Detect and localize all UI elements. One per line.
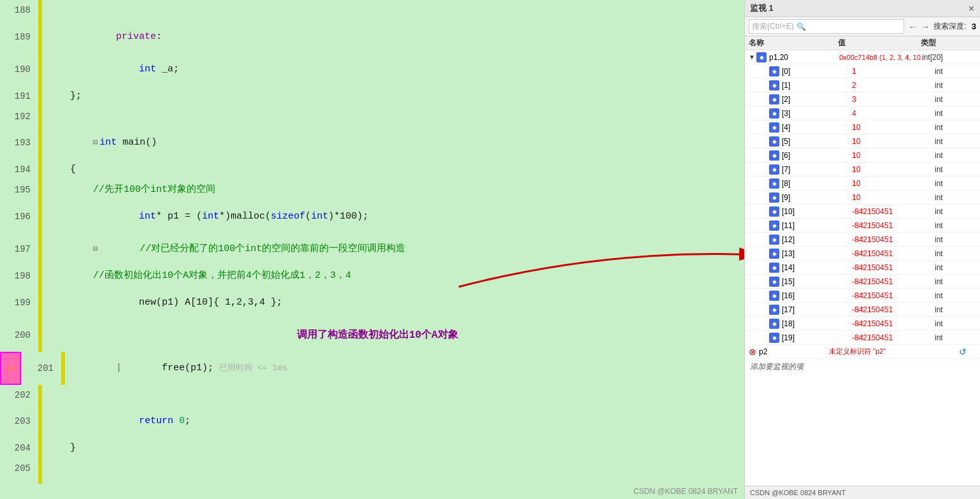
line-number-192: 192 bbox=[0, 106, 38, 127]
item-type-16: int bbox=[935, 291, 943, 300]
watch-panel-close-icon[interactable]: ✕ bbox=[968, 4, 975, 13]
item-value-5: 10 bbox=[852, 137, 935, 146]
watch-item-1[interactable]: ◆ [1] 2 int bbox=[745, 78, 980, 92]
code-line-201: ⇒ 201 | free(p1); 已用时间 <= 1ms bbox=[0, 352, 744, 384]
watch-item-18[interactable]: ◆ [18] -842150451 int bbox=[745, 317, 980, 331]
code-line-194: 194 { bbox=[0, 159, 744, 180]
item-value-3: 4 bbox=[852, 109, 935, 118]
line-number-202: 202 bbox=[0, 385, 38, 405]
watch-item-4[interactable]: ◆ [4] 10 int bbox=[745, 120, 980, 134]
watch-item-3[interactable]: ◆ [3] 4 int bbox=[745, 106, 980, 120]
watch-panel: 监视 1 ✕ 搜索(Ctrl+E) 🔍 ← → 搜索深度: 3 名称 值 类型 … bbox=[744, 0, 980, 499]
watch-item-2[interactable]: ◆ [2] 3 int bbox=[745, 92, 980, 106]
code-editor: 188 189 private: 190 int _a; 191 bbox=[0, 0, 744, 499]
item-type-2: int bbox=[935, 95, 943, 104]
item-icon-6: ◆ bbox=[769, 150, 779, 161]
item-name-4: [4] bbox=[782, 123, 852, 132]
watch-item-17[interactable]: ◆ [17] -842150451 int bbox=[745, 303, 980, 317]
watch-item-8[interactable]: ◆ [8] 10 int bbox=[745, 177, 980, 191]
item-name-9: [9] bbox=[782, 193, 852, 202]
item-type-p1: int[20] bbox=[922, 53, 943, 62]
line-number-191: 191 bbox=[0, 86, 38, 106]
depth-label: 搜索深度: bbox=[933, 21, 966, 32]
error-icon-p2: ⊗ bbox=[749, 347, 756, 357]
item-type-15: int bbox=[935, 277, 943, 286]
code-line-205: 205 bbox=[0, 458, 744, 479]
watch-panel-header: 监视 1 ✕ bbox=[745, 0, 980, 17]
item-value-13: -842150451 bbox=[852, 249, 935, 258]
watch-item-16[interactable]: ◆ [16] -842150451 int bbox=[745, 289, 980, 303]
item-value-16: -842150451 bbox=[852, 291, 935, 300]
item-name-13: [13] bbox=[782, 249, 852, 258]
watch-item-12[interactable]: ◆ [12] -842150451 int bbox=[745, 233, 980, 247]
line-number-204: 204 bbox=[0, 438, 38, 458]
item-name-17: [17] bbox=[782, 305, 852, 314]
nav-forward-icon[interactable]: → bbox=[919, 21, 931, 33]
line-content-194: { bbox=[42, 159, 744, 180]
line-number-205: 205 bbox=[0, 458, 38, 479]
line-number-200: 200 bbox=[0, 325, 38, 345]
item-value-6: 10 bbox=[852, 151, 935, 160]
refresh-icon-p2[interactable]: ↺ bbox=[959, 347, 967, 357]
watch-item-11[interactable]: ◆ [11] -842150451 int bbox=[745, 219, 980, 233]
item-name-0: [0] bbox=[782, 67, 852, 76]
code-line-203: 203 return 0; bbox=[0, 405, 744, 438]
item-name-7: [7] bbox=[782, 165, 852, 174]
item-name-5: [5] bbox=[782, 137, 852, 146]
item-value-18: -842150451 bbox=[852, 319, 935, 328]
line-number-194: 194 bbox=[0, 159, 38, 180]
watch-item-p2[interactable]: ⊗ p2 未定义标识符 "p2" ↺ bbox=[745, 345, 980, 359]
watch-item-14[interactable]: ◆ [14] -842150451 int bbox=[745, 261, 980, 275]
item-value-10: -842150451 bbox=[852, 207, 935, 216]
item-icon-4: ◆ bbox=[769, 122, 779, 133]
line-number-196: 196 bbox=[0, 206, 38, 227]
item-name-12: [12] bbox=[782, 235, 852, 244]
line-number-203: 203 bbox=[0, 411, 38, 431]
nav-back-icon[interactable]: ← bbox=[907, 21, 918, 33]
watch-item-10[interactable]: ◆ [10] -842150451 int bbox=[745, 205, 980, 219]
item-type-3: int bbox=[935, 109, 943, 118]
search-icon: 🔍 bbox=[796, 22, 806, 31]
watch-item-15[interactable]: ◆ [15] -842150451 int bbox=[745, 275, 980, 289]
line-number-195: 195 bbox=[0, 180, 38, 200]
watch-item-6[interactable]: ◆ [6] 10 int bbox=[745, 148, 980, 163]
item-value-p1: 0x00c714b8 {1, 2, 3, 4, 10... bbox=[839, 54, 922, 61]
item-type-11: int bbox=[935, 221, 943, 230]
line-number-189: 189 bbox=[0, 27, 38, 47]
item-icon-18: ◆ bbox=[769, 319, 779, 329]
item-type-13: int bbox=[935, 249, 943, 258]
item-name-16: [16] bbox=[782, 291, 852, 300]
item-value-7: 10 bbox=[852, 165, 935, 174]
item-icon-7: ◆ bbox=[769, 164, 779, 175]
item-icon-1: ◆ bbox=[769, 80, 779, 90]
item-icon-11: ◆ bbox=[769, 221, 779, 231]
item-type-12: int bbox=[935, 235, 943, 244]
item-value-19: -842150451 bbox=[852, 333, 935, 342]
col-header-value: 值 bbox=[838, 38, 921, 48]
code-line-190: 190 int _a; bbox=[0, 53, 744, 85]
watch-item-0[interactable]: ◆ [0] 1 int bbox=[745, 64, 980, 78]
item-name-18: [18] bbox=[782, 319, 852, 328]
footer-brand: CSDN @KOBE 0824 BRYANT bbox=[750, 489, 846, 496]
watch-toolbar: 搜索(Ctrl+E) 🔍 ← → 搜索深度: 3 bbox=[745, 17, 980, 36]
item-type-18: int bbox=[935, 319, 943, 328]
watch-item-9[interactable]: ◆ [9] 10 int bbox=[745, 191, 980, 205]
add-watch-item[interactable]: 添加要监视的项 bbox=[745, 359, 980, 375]
search-box[interactable]: 搜索(Ctrl+E) 🔍 bbox=[749, 19, 904, 34]
watch-column-headers: 名称 值 类型 bbox=[745, 36, 980, 50]
line-content-191: }; bbox=[42, 86, 744, 106]
watch-item-5[interactable]: ◆ [5] 10 int bbox=[745, 134, 980, 148]
bottom-bar: CSDN @KOBE 0824 BRYANT bbox=[0, 484, 744, 499]
item-value-0: 1 bbox=[852, 67, 935, 76]
watch-item-p1[interactable]: ▼ ◆ p1,20 0x00c714b8 {1, 2, 3, 4, 10... … bbox=[745, 50, 980, 64]
watch-item-7[interactable]: ◆ [7] 10 int bbox=[745, 163, 980, 177]
item-icon-12: ◆ bbox=[769, 235, 779, 245]
watch-item-19[interactable]: ◆ [19] -842150451 int bbox=[745, 331, 980, 345]
item-icon-p1: ◆ bbox=[756, 52, 767, 62]
watch-item-13[interactable]: ◆ [13] -842150451 int bbox=[745, 247, 980, 261]
item-name-19: [19] bbox=[782, 333, 852, 342]
code-line-193: 193 ⊟int main() bbox=[0, 127, 744, 159]
item-name-p2: p2 bbox=[759, 347, 829, 356]
watch-panel-title: 监视 1 bbox=[750, 3, 774, 14]
line-number-198: 198 bbox=[0, 266, 38, 286]
